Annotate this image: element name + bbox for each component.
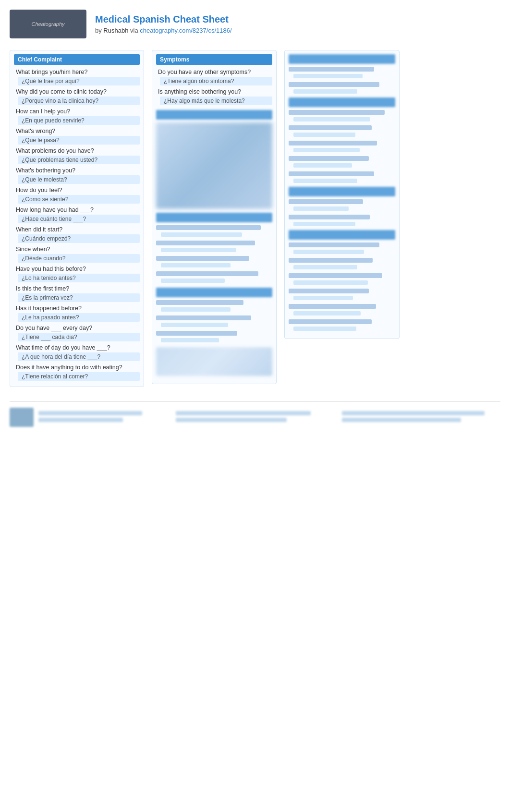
footer-text-3 [342, 411, 500, 424]
phrase-group-6: How do you feel? ¿Como se siente? [14, 186, 140, 204]
phrase-es-0: ¿Qué le trae por aquí? [18, 77, 140, 85]
phrase-es-14: ¿A que hora del día tiene ___? [18, 352, 140, 361]
blurred-col3-line-9 [289, 215, 370, 219]
blurred-col3-line-1 [289, 67, 374, 72]
footer-thumb-1 [10, 408, 34, 427]
phrase-group-5: What's bothering you? ¿Que le molesta? [14, 166, 140, 184]
phrase-en-15: Does it have anything to do with eating? [14, 363, 140, 372]
phrase-en-sym-0: Do you have any other symptoms? [156, 68, 272, 76]
phrase-es-10: ¿Lo ha tenido antes? [18, 274, 140, 282]
blurred-line-7 [156, 331, 237, 336]
phrase-en-6: How do you feel? [14, 186, 140, 194]
author-name: Rushabh [103, 27, 128, 34]
phrase-es-sym-0: ¿Tiene algún otro síntoma? [160, 77, 272, 85]
blurred-col3-line-15 [289, 319, 372, 324]
blurred-col3-subline-12 [293, 280, 368, 285]
footer-block-3 [342, 408, 500, 427]
blurred-lines-group-1 [156, 225, 272, 283]
blurred-col3-subline-6 [293, 163, 352, 168]
blurred-col3-line-8 [289, 199, 363, 204]
blurred-subline-4 [161, 279, 225, 283]
phrase-group-8: When did it start? ¿Cuándo empezó? [14, 225, 140, 243]
blurred-col3-header-3 [289, 187, 395, 196]
page-header: Cheatography Medical Spanish Cheat Sheet… [10, 10, 500, 38]
phrase-en-10: Have you had this before? [14, 265, 140, 273]
col1-section-header: Chief Complaint [14, 54, 140, 65]
phrase-group-14: What time of day do you have ___? ¿A que… [14, 343, 140, 361]
blurred-col3-subline-4 [293, 133, 355, 137]
blurred-col3-subline-3 [293, 117, 370, 121]
phrase-group-7: How long have you had ___? ¿Hace cuánto … [14, 206, 140, 223]
phrase-es-7: ¿Hace cuánto tiene ___? [18, 215, 140, 223]
blurred-subline-1 [161, 232, 242, 237]
phrase-group-15: Does it have anything to do with eating?… [14, 363, 140, 381]
footer-block-1 [10, 408, 168, 427]
blurred-image-1 [156, 122, 272, 209]
footer-block-2 [176, 408, 334, 427]
blurred-col3-line-13 [289, 289, 369, 293]
phrase-es-2: ¿En que puedo servirle? [18, 116, 140, 125]
footer-line-3b [342, 418, 461, 422]
blurred-subline-7 [161, 338, 219, 342]
byline: by Rushabh via cheatography.com/8237/cs/… [95, 27, 232, 34]
main-grid: Chief Complaint What brings you/him here… [10, 50, 500, 387]
col2-section-header: Symptoms [156, 54, 272, 65]
phrase-es-6: ¿Como se siente? [18, 195, 140, 204]
footer-line-2a [176, 411, 311, 415]
phrase-group-0: What brings you/him here? ¿Qué le trae p… [14, 68, 140, 85]
phrase-es-5: ¿Que le molesta? [18, 175, 140, 184]
blurred-section-header-3 [156, 288, 272, 297]
phrase-group-9: Since when? ¿Désde cuando? [14, 245, 140, 263]
blurred-col3-subline-15 [293, 327, 356, 331]
phrase-en-9: Since when? [14, 245, 140, 254]
phrase-group-13: Do you have ___ every day? ¿Tiene ___ ca… [14, 324, 140, 341]
blurred-col3-header-1 [289, 54, 395, 64]
blurred-subline-5 [161, 307, 231, 312]
phrase-es-4: ¿Que problemas tiene usted? [18, 156, 140, 164]
phrase-es-sym-1: ¿Hay algo más que le molesta? [160, 97, 272, 105]
blurred-col3-line-6 [289, 156, 369, 161]
blurred-footer-block-col2 [156, 347, 272, 376]
phrase-en-4: What problems do you have? [14, 146, 140, 155]
col2-card: Symptoms Do you have any other symptoms?… [152, 50, 277, 384]
blurred-lines-group-2 [156, 300, 272, 342]
blurred-col3-line-3 [289, 110, 385, 115]
blurred-line-1 [156, 225, 261, 230]
blurred-subline-3 [161, 263, 231, 267]
footer-line-2b [176, 418, 287, 422]
phrase-group-3: What's wrong? ¿Que le pasa? [14, 127, 140, 145]
footer-text-2 [176, 411, 334, 424]
phrase-list-col1: What brings you/him here? ¿Qué le trae p… [14, 68, 140, 381]
byline-pre: by [95, 27, 103, 34]
blurred-col3-header-2 [289, 97, 395, 107]
blurred-col3-subline-9 [293, 222, 355, 226]
blurred-col3-subline-2 [293, 89, 357, 94]
blurred-col3-subline-14 [293, 311, 361, 315]
blurred-col3-line-5 [289, 141, 377, 145]
footer-line-3a [342, 411, 485, 415]
blurred-line-5 [156, 300, 243, 305]
phrase-group-10: Have you had this before? ¿Lo ha tenido … [14, 265, 140, 282]
footer-bar [10, 401, 500, 427]
logo-text: Cheatography [31, 21, 64, 27]
phrase-en-5: What's bothering you? [14, 166, 140, 175]
phrase-en-12: Has it happened before? [14, 304, 140, 313]
phrase-en-2: How can I help you? [14, 107, 140, 116]
blurred-col3-subline-7 [293, 179, 357, 183]
phrase-es-11: ¿Es la primera vez? [18, 293, 140, 302]
blurred-col3-lines-1 [289, 67, 395, 94]
phrase-es-1: ¿Porque vino a la clinica hoy? [18, 97, 140, 105]
phrase-en-8: When did it start? [14, 225, 140, 234]
phrase-group-2: How can I help you? ¿En que puedo servir… [14, 107, 140, 125]
phrase-en-1: Why did you come to clinic today? [14, 87, 140, 96]
blurred-col3-subline-11 [293, 265, 357, 269]
blurred-col3-subline-8 [293, 206, 349, 211]
blurred-col3-line-14 [289, 304, 376, 309]
blurred-section-header-2 [156, 213, 272, 222]
logo: Cheatography [10, 10, 86, 38]
blurred-col3-lines-2 [289, 110, 395, 183]
cheatography-link[interactable]: cheatography.com/8237/cs/1186/ [140, 27, 231, 34]
blurred-line-2 [156, 241, 255, 245]
blurred-line-6 [156, 315, 251, 320]
header-info: Medical Spanish Cheat Sheet by Rushabh v… [95, 14, 232, 34]
